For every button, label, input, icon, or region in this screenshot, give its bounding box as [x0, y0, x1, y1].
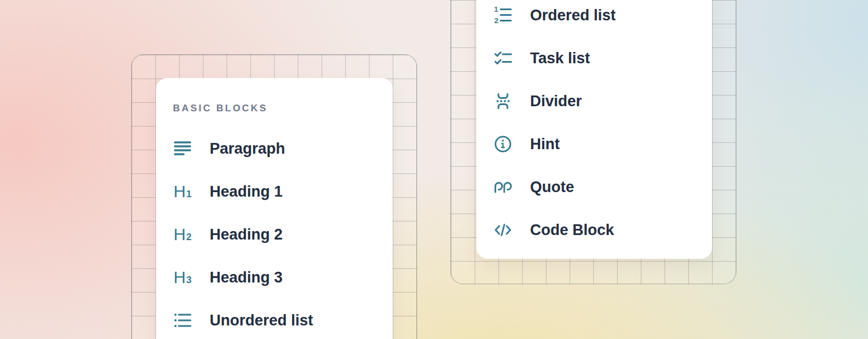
menu-item-label: Divider: [530, 93, 582, 110]
menu-item-quote[interactable]: Quote: [476, 166, 712, 208]
menu-item-label: Code Block: [530, 221, 614, 239]
hint-icon: [493, 134, 513, 154]
unordered-list-icon: [172, 310, 193, 331]
menu-item-hint[interactable]: Hint: [476, 123, 712, 166]
menu-item-label: Task list: [530, 50, 590, 67]
menu-item-label: Paragraph: [210, 140, 285, 158]
menu-item-label: Ordered list: [530, 7, 616, 24]
heading-2-icon: H2: [172, 224, 193, 245]
heading-3-icon: H3: [172, 267, 193, 288]
menu-item-divider[interactable]: Divider: [476, 80, 712, 123]
code-block-icon: [493, 220, 513, 240]
quote-icon: [493, 177, 513, 197]
menu-item-ordered-list[interactable]: 1 2 Ordered list: [476, 0, 712, 37]
menu-item-label: Hint: [530, 136, 559, 153]
menu-item-heading-2[interactable]: H2 Heading 2: [156, 213, 393, 256]
menu-item-label: Heading 1: [210, 183, 283, 201]
menu-item-label: Heading 2: [210, 226, 283, 244]
task-list-icon: [493, 48, 513, 68]
background-gradient: { "colors": { "icon": "#35798F", "label"…: [0, 0, 868, 339]
svg-text:1: 1: [494, 5, 498, 14]
blocks-menu-card: 1 2 Ordered list Task list: [476, 0, 712, 259]
basic-blocks-menu: Paragraph H1 Heading 1 H2 Heading 2 H3: [156, 127, 393, 339]
menu-item-paragraph[interactable]: Paragraph: [156, 127, 393, 170]
menu-item-label: Unordered list: [210, 312, 313, 329]
divider-icon: [493, 91, 513, 111]
menu-item-label: Heading 3: [210, 269, 283, 286]
paragraph-icon: [172, 138, 193, 159]
menu-item-heading-1[interactable]: H1 Heading 1: [156, 170, 393, 213]
card-title: BASIC BLOCKS: [173, 98, 393, 119]
menu-item-task-list[interactable]: Task list: [476, 37, 712, 80]
basic-blocks-card: BASIC BLOCKS Paragraph H1 Heading 1: [156, 78, 393, 339]
menu-item-label: Quote: [530, 179, 574, 196]
heading-1-icon: H1: [172, 181, 193, 202]
ordered-list-icon: 1 2: [493, 5, 513, 25]
menu-item-heading-3[interactable]: H3 Heading 3: [156, 256, 393, 299]
blocks-menu: 1 2 Ordered list Task list: [476, 0, 712, 251]
svg-text:2: 2: [494, 16, 498, 25]
menu-item-unordered-list[interactable]: Unordered list: [156, 299, 393, 339]
menu-item-code-block[interactable]: Code Block: [476, 208, 712, 251]
